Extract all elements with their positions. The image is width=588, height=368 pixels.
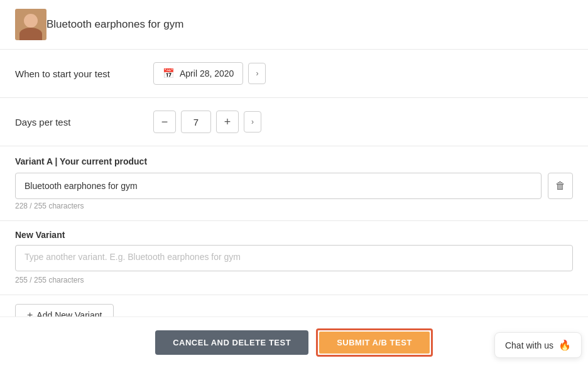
product-avatar [15, 9, 46, 40]
chat-emoji-icon: 🔥 [558, 339, 571, 351]
calendar-icon: 📅 [163, 68, 175, 79]
chat-widget[interactable]: Chat with us 🔥 [494, 332, 582, 358]
variant-a-char-count: 228 / 255 characters [15, 202, 573, 210]
new-variant-section: New Variant 255 / 255 characters [0, 221, 588, 295]
new-variant-label: New Variant [15, 230, 573, 240]
variant-a-input[interactable] [15, 173, 542, 199]
date-chevron-button[interactable]: › [248, 63, 266, 84]
days-per-test-label: Days per test [15, 117, 153, 127]
date-picker-button[interactable]: 📅 April 28, 2020 [153, 62, 243, 85]
submit-btn-wrapper: SUBMIT A/B TEST [316, 328, 433, 357]
chevron-right-icon: › [256, 69, 258, 78]
days-value: 7 [181, 111, 211, 133]
submit-ab-test-button[interactable]: SUBMIT A/B TEST [319, 332, 430, 354]
increment-button[interactable]: + [216, 111, 239, 133]
start-date-label: When to start your test [15, 68, 153, 79]
trash-icon: 🗑 [555, 180, 565, 192]
days-per-test-row: Days per test − 7 + › [0, 98, 588, 146]
variant-a-input-row: 🗑 [15, 173, 573, 199]
date-value: April 28, 2020 [180, 68, 234, 78]
decrement-button[interactable]: − [153, 111, 176, 133]
variant-a-label: Variant A | Your current product [15, 156, 573, 166]
chat-label: Chat with us [505, 340, 553, 350]
chevron-right-icon: › [251, 117, 254, 126]
days-chevron-button[interactable]: › [244, 111, 261, 133]
start-date-row: When to start your test 📅 April 28, 2020… [0, 50, 588, 98]
header-section: Bluetooth earphones for gym [0, 0, 588, 50]
variant-a-section: Variant A | Your current product 🗑 228 /… [0, 146, 588, 221]
new-variant-input[interactable] [15, 245, 573, 271]
page-wrapper: Bluetooth earphones for gym When to star… [0, 0, 588, 368]
delete-variant-button[interactable]: 🗑 [548, 173, 573, 199]
product-title: Bluetooth earphones for gym [46, 18, 183, 31]
cancel-delete-button[interactable]: CANCEL AND DELETE TEST [155, 330, 308, 355]
new-variant-char-count: 255 / 255 characters [15, 276, 573, 284]
